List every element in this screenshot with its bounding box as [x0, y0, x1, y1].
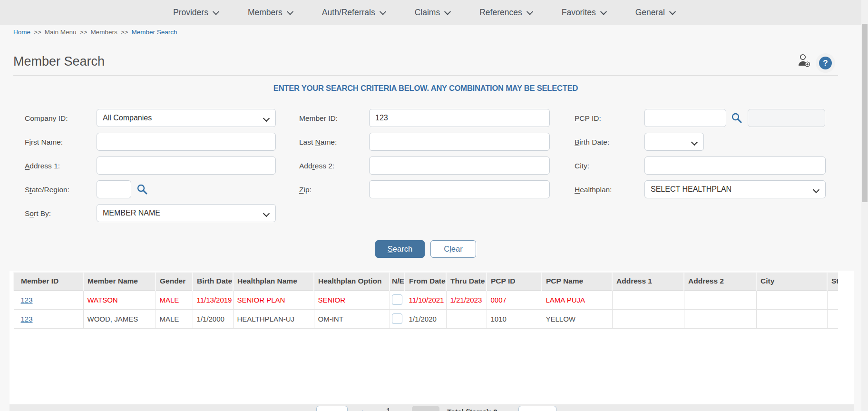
- chevron-down-icon: [444, 9, 451, 15]
- thru-date-cell: 1/21/2023: [446, 290, 487, 309]
- state-region-input[interactable]: [97, 180, 131, 198]
- chevron-down-icon: [213, 9, 219, 15]
- member-id-cell: 123: [14, 290, 83, 309]
- results-table: Member ID Member Name Gender Birth Date …: [13, 272, 838, 329]
- pcp-id-input[interactable]: [644, 109, 726, 127]
- col-city: City: [756, 272, 827, 290]
- birth-date-label: Birth Date:: [575, 138, 609, 147]
- member-name-cell: WATSON: [83, 290, 156, 309]
- member-id-link[interactable]: 123: [21, 296, 33, 304]
- ne-checkbox[interactable]: [392, 294, 402, 305]
- city-cell: [756, 309, 827, 328]
- pcp-id-cell: 1010: [487, 309, 542, 328]
- member-search-screen: Providers Members Auth/Referrals Claims …: [0, 0, 868, 411]
- pcp-id-cell: 0007: [487, 290, 542, 309]
- member-id-link[interactable]: 123: [21, 315, 33, 323]
- birth-date-select[interactable]: [644, 133, 704, 151]
- last-name-label: Last Name:: [299, 138, 337, 147]
- member-id-input[interactable]: [369, 109, 550, 127]
- breadcrumb-member-search[interactable]: Member Search: [131, 29, 177, 36]
- address2-cell: [684, 290, 756, 309]
- sort-by-label: Sort By:: [25, 209, 51, 218]
- sort-by-select[interactable]: MEMBER NAME: [97, 204, 276, 222]
- add-member-icon[interactable]: [797, 53, 812, 69]
- top-nav: Providers Members Auth/Referrals Claims …: [0, 0, 861, 25]
- nav-general[interactable]: General: [635, 8, 675, 18]
- pager-first-button[interactable]: «: [316, 406, 348, 411]
- from-date-cell: 1/1/2020: [405, 309, 446, 328]
- breadcrumb-main-menu: Main Menu: [45, 29, 77, 36]
- healthplan-name-cell: HEALTHPLAN-UJ: [233, 309, 314, 328]
- chevron-down-icon: [527, 9, 533, 15]
- zip-input[interactable]: [369, 180, 550, 198]
- st-cell: [827, 309, 838, 328]
- address1-cell: [612, 290, 684, 309]
- help-icon[interactable]: ?: [819, 57, 832, 69]
- city-label: City:: [575, 162, 589, 170]
- first-name-input[interactable]: [97, 133, 276, 151]
- pager-prev-button[interactable]: ‹: [361, 407, 363, 411]
- col-address2: Address 2: [684, 272, 756, 290]
- healthplan-option-cell: OM-INT: [314, 309, 390, 328]
- pcp-id-label: PCP ID:: [575, 114, 601, 123]
- col-healthplan-name: Healthplan Name: [233, 272, 314, 290]
- address2-cell: [684, 309, 756, 328]
- nav-claims[interactable]: Claims: [415, 8, 450, 18]
- nav-references[interactable]: References: [479, 8, 532, 18]
- pager-next-button[interactable]: ›: [412, 406, 439, 411]
- breadcrumb: Home >> Main Menu >> Members >> Member S…: [13, 29, 177, 36]
- address1-input[interactable]: [97, 157, 276, 175]
- table-row: 123 WOOD, JAMES MALE 1/1/2000 HEALTHPLAN…: [14, 309, 838, 328]
- col-thru-date: Thru Date: [446, 272, 487, 290]
- breadcrumb-separator: >>: [34, 29, 41, 36]
- nav-providers[interactable]: Providers: [173, 8, 218, 18]
- col-pcp-name: PCP Name: [542, 272, 612, 290]
- pcp-name-cell: YELLOW: [542, 309, 612, 328]
- pager-bar: « ‹ 1 › Total (items): 2 10: [10, 404, 854, 411]
- member-id-cell: 123: [14, 309, 83, 328]
- birth-date-cell: 11/13/2019: [193, 290, 233, 309]
- nav-auth-referrals[interactable]: Auth/Referrals: [322, 8, 385, 18]
- page-title: Member Search: [13, 54, 105, 69]
- company-id-label: Company ID:: [25, 114, 68, 123]
- results-header-row: Member ID Member Name Gender Birth Date …: [14, 272, 838, 290]
- healthplan-option-cell: SENIOR: [314, 290, 390, 309]
- healthplan-select[interactable]: SELECT HEALTHPLAN: [644, 180, 826, 198]
- member-id-label: Member ID:: [299, 114, 338, 123]
- first-name-label: First Name:: [25, 138, 63, 147]
- page-size-select[interactable]: 10: [518, 406, 556, 411]
- pager-total-label: Total (items): 2: [447, 408, 497, 411]
- healthplan-name-cell: SENIOR PLAN: [233, 290, 314, 309]
- nav-members[interactable]: Members: [248, 8, 293, 18]
- col-birth-date: Birth Date: [193, 272, 233, 290]
- chevron-down-icon: [380, 9, 386, 15]
- gender-cell: MALE: [156, 290, 193, 309]
- header-divider: [13, 75, 838, 76]
- ne-cell: [390, 290, 405, 309]
- birth-date-cell: 1/1/2000: [193, 309, 233, 328]
- st-cell: [827, 290, 838, 309]
- last-name-input[interactable]: [369, 133, 550, 151]
- breadcrumb-members: Members: [90, 29, 117, 36]
- city-input[interactable]: [644, 157, 826, 175]
- chevron-down-icon: [691, 139, 698, 146]
- state-region-label: State/Region:: [25, 186, 69, 194]
- clear-button[interactable]: Clear: [430, 240, 476, 258]
- chevron-down-icon: [263, 115, 270, 122]
- col-ne: N/E: [390, 272, 405, 290]
- search-button[interactable]: Search: [375, 240, 425, 258]
- scrollbar-thumb[interactable]: [862, 24, 868, 202]
- gender-cell: MALE: [156, 309, 193, 328]
- thru-date-cell: [446, 309, 487, 328]
- address2-input[interactable]: [369, 157, 550, 175]
- vertical-scrollbar[interactable]: [861, 0, 868, 411]
- ne-checkbox[interactable]: [392, 313, 402, 324]
- chevron-down-icon: [813, 186, 819, 193]
- city-cell: [756, 290, 827, 309]
- nav-favorites[interactable]: Favorites: [562, 8, 606, 18]
- breadcrumb-home[interactable]: Home: [13, 29, 30, 36]
- state-search-icon[interactable]: [137, 184, 148, 197]
- company-id-select[interactable]: All Companies: [97, 109, 276, 127]
- healthplan-label: Healthplan:: [575, 186, 612, 194]
- pcp-search-icon[interactable]: [731, 112, 742, 126]
